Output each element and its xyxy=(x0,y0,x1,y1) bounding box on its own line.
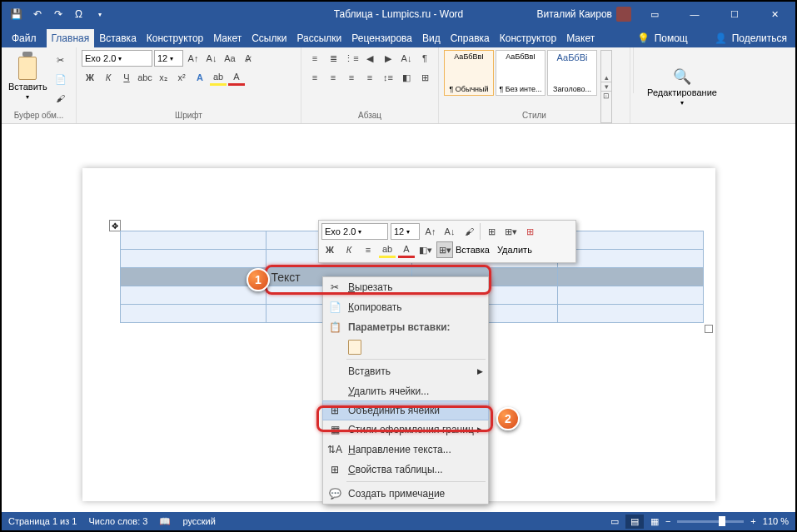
justify-icon[interactable]: ≡ xyxy=(361,69,378,86)
cm-merge-cells[interactable]: ⊞Объединить ячейки xyxy=(322,400,489,420)
cm-delete-cells[interactable]: Удалить ячейки... xyxy=(323,381,488,401)
table-resize-handle[interactable] xyxy=(705,325,713,333)
font-color-icon[interactable]: A xyxy=(228,69,245,86)
status-spell-icon[interactable]: 📖 xyxy=(159,516,171,527)
change-case-icon[interactable]: Aa xyxy=(222,50,238,67)
tab-design[interactable]: Конструктор xyxy=(142,29,208,47)
italic-button[interactable]: К xyxy=(100,69,117,86)
mini-grow-icon[interactable]: A↑ xyxy=(422,223,439,240)
omega-icon[interactable]: Ω xyxy=(72,8,85,21)
tab-layout[interactable]: Макет xyxy=(208,29,247,47)
numbering-icon[interactable]: ≣ xyxy=(325,50,341,67)
tab-table-design[interactable]: Конструктор xyxy=(495,29,561,47)
align-left-icon[interactable]: ≡ xyxy=(306,69,323,86)
tab-mailings[interactable]: Рассылки xyxy=(291,29,346,47)
cm-copy[interactable]: 📄Копировать xyxy=(323,297,488,317)
mini-font-combo[interactable]: Exo 2.0▾ xyxy=(321,223,388,240)
multilevel-icon[interactable]: ⋮≡ xyxy=(343,50,360,67)
bold-button[interactable]: Ж xyxy=(82,69,98,86)
mini-fontcolor-icon[interactable]: A xyxy=(398,241,415,258)
cm-table-props[interactable]: ⊞Свойства таблицы... xyxy=(323,460,488,480)
cm-insert[interactable]: Вставить▶ xyxy=(323,361,488,381)
grow-font-icon[interactable]: A↑ xyxy=(185,50,202,67)
zoom-out-icon[interactable]: − xyxy=(665,516,670,526)
mini-bold[interactable]: Ж xyxy=(321,241,338,258)
zoom-slider[interactable] xyxy=(677,520,744,523)
mini-table-icon[interactable]: ⊞ xyxy=(483,223,500,240)
copy-icon[interactable]: 📄 xyxy=(52,71,69,87)
align-center-icon[interactable]: ≡ xyxy=(325,69,341,86)
text-effects-icon[interactable]: A xyxy=(192,69,208,86)
zoom-in-icon[interactable]: + xyxy=(750,516,755,526)
tab-review[interactable]: Рецензирова xyxy=(346,29,417,47)
cm-new-comment[interactable]: 💬Создать примечание xyxy=(323,484,488,504)
cm-border-styles[interactable]: ▦Стили оформления границ▶ xyxy=(323,420,488,440)
mini-highlight-icon[interactable]: ab xyxy=(379,241,396,258)
cm-cut[interactable]: ✂Вырезать xyxy=(323,277,488,297)
table-move-handle[interactable]: ✥ xyxy=(109,220,121,231)
mini-delete-label[interactable]: Удалить xyxy=(497,245,532,255)
shading-icon[interactable]: ◧ xyxy=(398,69,415,86)
mini-borders-icon[interactable]: ⊞▾ xyxy=(502,223,519,240)
tab-file[interactable]: Файл xyxy=(2,29,47,47)
style-normal[interactable]: АаБбВвІ¶ Обычный xyxy=(444,50,494,96)
close-button[interactable]: ✕ xyxy=(758,2,791,27)
qat-more-icon[interactable]: ▾ xyxy=(93,8,106,21)
mini-align-icon[interactable]: ≡ xyxy=(360,241,376,258)
tab-references[interactable]: Ссылки xyxy=(247,29,291,47)
zoom-level[interactable]: 110 % xyxy=(763,516,789,526)
align-right-icon[interactable]: ≡ xyxy=(343,69,360,86)
cut-icon[interactable]: ✂ xyxy=(52,52,69,68)
styles-down-icon[interactable]: ▾ xyxy=(601,82,611,92)
line-spacing-icon[interactable]: ↕≡ xyxy=(380,69,396,86)
subscript-button[interactable]: x₂ xyxy=(155,69,172,86)
tab-help[interactable]: Справка xyxy=(446,29,495,47)
mini-italic[interactable]: К xyxy=(341,241,357,258)
status-page[interactable]: Страница 1 из 1 xyxy=(8,516,77,526)
mini-delete-icon[interactable]: ⊞ xyxy=(521,223,538,240)
style-no-spacing[interactable]: АаБбВвІ¶ Без инте... xyxy=(496,50,545,96)
superscript-button[interactable]: x² xyxy=(173,69,190,86)
mini-shading-icon[interactable]: ◧▾ xyxy=(417,241,434,258)
view-print-icon[interactable]: ▤ xyxy=(625,515,644,529)
borders-icon[interactable]: ⊞ xyxy=(416,69,433,86)
mini-insert-label[interactable]: Вставка xyxy=(456,245,490,255)
format-painter-icon[interactable]: 🖌 xyxy=(52,90,69,107)
style-heading1[interactable]: АаБбВіЗаголово... xyxy=(547,50,597,96)
status-lang[interactable]: русский xyxy=(182,516,215,526)
redo-icon[interactable]: ↷ xyxy=(52,8,64,21)
share-button[interactable]: Поделиться xyxy=(732,32,787,44)
styles-more-icon[interactable]: ⊡ xyxy=(601,92,611,100)
sort-icon[interactable]: A↓ xyxy=(398,50,415,67)
underline-button[interactable]: Ч xyxy=(118,69,135,86)
cm-paste-option-item[interactable] xyxy=(323,337,488,357)
view-web-icon[interactable]: ▦ xyxy=(650,516,659,527)
strike-button[interactable]: abc xyxy=(137,69,153,86)
undo-icon[interactable]: ↶ xyxy=(31,8,43,21)
bullets-icon[interactable]: ≡ xyxy=(306,50,323,67)
show-marks-icon[interactable]: ¶ xyxy=(416,50,433,67)
shrink-font-icon[interactable]: A↓ xyxy=(203,50,220,67)
clear-format-icon[interactable]: A̷ xyxy=(240,50,257,67)
font-size-combo[interactable]: 12▾ xyxy=(154,50,183,67)
status-words[interactable]: Число слов: 3 xyxy=(88,516,147,526)
user-account[interactable]: Виталий Каиров xyxy=(536,7,631,22)
highlight-icon[interactable]: ab xyxy=(210,69,227,86)
font-name-combo[interactable]: Exo 2.0▾ xyxy=(82,50,152,67)
indent-dec-icon[interactable]: ◀ xyxy=(361,50,378,67)
view-read-icon[interactable]: ▭ xyxy=(610,516,619,527)
indent-inc-icon[interactable]: ▶ xyxy=(380,50,396,67)
paste-keep-icon[interactable] xyxy=(348,340,361,355)
tab-view[interactable]: Вид xyxy=(417,29,446,47)
tell-me[interactable]: Помощ xyxy=(655,32,688,44)
editing-button[interactable]: 🔍 Редактирование ▾ xyxy=(645,66,719,108)
tab-insert[interactable]: Вставка xyxy=(94,29,142,47)
mini-size-combo[interactable]: 12▾ xyxy=(391,223,420,240)
maximize-button[interactable]: ☐ xyxy=(718,2,751,27)
mini-painter-icon[interactable]: 🖌 xyxy=(461,223,477,240)
ribbon-options-icon[interactable]: ▭ xyxy=(638,2,671,27)
tab-home[interactable]: Главная xyxy=(47,29,95,47)
styles-up-icon[interactable]: ▴ xyxy=(601,73,611,82)
save-icon[interactable]: 💾 xyxy=(10,8,22,21)
cm-text-direction[interactable]: ⇅AНаправление текста... xyxy=(323,440,488,460)
